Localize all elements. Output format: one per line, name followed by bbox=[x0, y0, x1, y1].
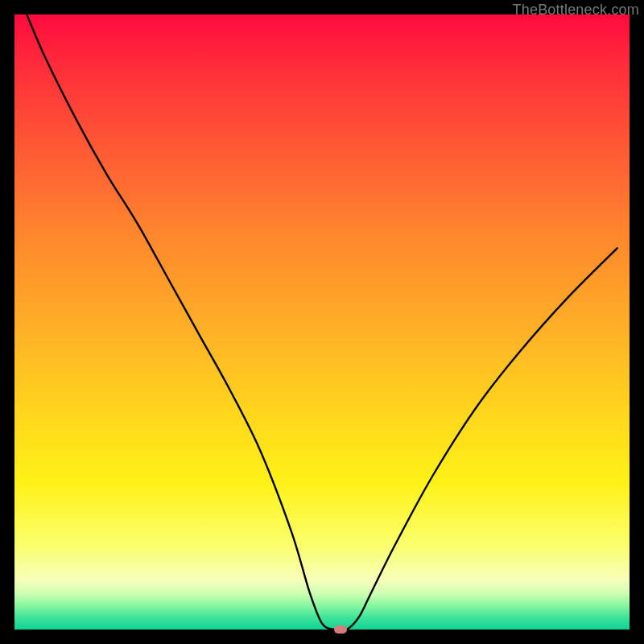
minimum-marker bbox=[334, 625, 347, 634]
chart-frame: TheBottleneck.com bbox=[0, 0, 644, 644]
curve-path bbox=[27, 14, 617, 630]
plot-area bbox=[14, 14, 630, 630]
bottleneck-curve bbox=[14, 14, 630, 630]
